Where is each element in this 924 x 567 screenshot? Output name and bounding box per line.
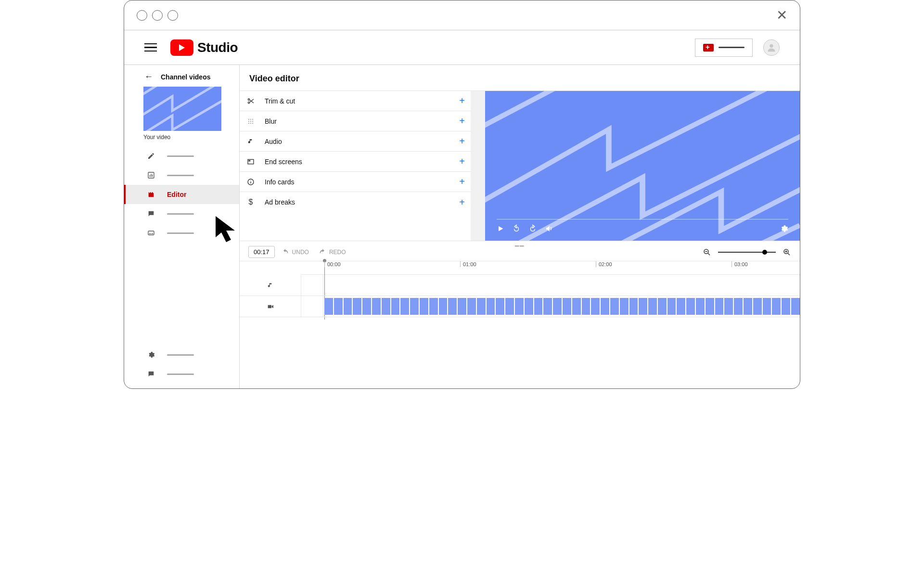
- current-timecode[interactable]: 00:17: [248, 246, 275, 258]
- tool-trim[interactable]: Trim & cut +: [240, 91, 471, 111]
- app-window: ✕ Studio ← Chann: [124, 0, 800, 389]
- sidebar-item-settings[interactable]: [124, 345, 239, 364]
- sidebar-item-subtitles[interactable]: [124, 223, 239, 243]
- forward-10-icon[interactable]: [528, 224, 537, 233]
- sidebar-item-label: Editor: [167, 191, 186, 198]
- endscreen-icon: [246, 157, 255, 166]
- plus-icon[interactable]: +: [459, 156, 465, 167]
- preview-progress-line[interactable]: [497, 219, 788, 219]
- svg-point-11: [248, 119, 249, 120]
- plus-icon[interactable]: +: [459, 95, 465, 106]
- svg-point-15: [250, 121, 251, 122]
- redo-button[interactable]: REDO: [319, 248, 346, 256]
- svg-point-13: [252, 119, 253, 120]
- ruler-tick: 01:00: [460, 261, 476, 267]
- play-icon[interactable]: [497, 225, 504, 232]
- svg-rect-7: [149, 233, 151, 234]
- placeholder-line: [167, 175, 194, 176]
- video-track[interactable]: [301, 296, 800, 317]
- svg-point-12: [250, 119, 251, 120]
- sidebar-item-feedback[interactable]: [124, 364, 239, 384]
- plus-icon[interactable]: +: [459, 176, 465, 187]
- zoom-slider[interactable]: [718, 252, 776, 253]
- info-icon: [246, 178, 255, 186]
- tool-label: Audio: [265, 138, 282, 145]
- pencil-icon: [147, 152, 155, 160]
- tool-infocards[interactable]: Info cards +: [240, 172, 471, 192]
- tool-audio[interactable]: Audio +: [240, 131, 471, 152]
- back-label[interactable]: Channel videos: [161, 73, 210, 81]
- svg-point-24: [250, 180, 251, 180]
- clapperboard-icon: [147, 190, 155, 199]
- sidebar-item-comments[interactable]: [124, 204, 239, 223]
- tool-endscreens[interactable]: End screens +: [240, 152, 471, 172]
- video-clips[interactable]: [324, 298, 800, 315]
- sidebar-item-details[interactable]: [124, 146, 239, 166]
- svg-point-16: [252, 121, 253, 122]
- zoom-out-icon[interactable]: [703, 248, 711, 257]
- plus-icon[interactable]: +: [459, 197, 465, 208]
- preview-video[interactable]: [485, 91, 800, 241]
- window-dot[interactable]: [152, 10, 163, 21]
- camera-plus-icon: [703, 44, 714, 52]
- timeline-ruler[interactable]: 00:00 01:00 02:00 03:00: [301, 261, 800, 275]
- subtitles-icon: [147, 229, 155, 237]
- app-bar: Studio: [124, 30, 800, 65]
- video-thumbnail[interactable]: [143, 87, 221, 131]
- placeholder-line: [167, 374, 194, 375]
- brand[interactable]: Studio: [170, 39, 238, 56]
- window-dot[interactable]: [137, 10, 147, 21]
- hamburger-icon[interactable]: [144, 43, 157, 52]
- tool-label: Trim & cut: [265, 97, 295, 105]
- volume-icon[interactable]: [545, 224, 553, 233]
- svg-rect-6: [148, 231, 154, 235]
- window-chrome: ✕: [124, 0, 800, 30]
- svg-rect-21: [248, 160, 250, 161]
- tool-blur[interactable]: Blur +: [240, 111, 471, 131]
- tool-label: Ad breaks: [265, 198, 295, 206]
- dollar-icon: $: [246, 198, 255, 206]
- music-note-icon: [267, 282, 274, 289]
- video-track-label[interactable]: [240, 296, 301, 317]
- plus-icon[interactable]: +: [459, 116, 465, 127]
- audio-track-label[interactable]: [240, 275, 301, 296]
- rewind-10-icon[interactable]: [512, 224, 521, 233]
- preview-panel: [471, 91, 800, 241]
- back-arrow-icon[interactable]: ←: [144, 72, 153, 82]
- account-avatar[interactable]: [763, 39, 780, 56]
- plus-icon[interactable]: +: [459, 136, 465, 147]
- brand-name: Studio: [197, 40, 238, 55]
- youtube-play-icon: [170, 39, 193, 56]
- tool-label: End screens: [265, 158, 302, 166]
- sidebar-item-analytics[interactable]: [124, 166, 239, 185]
- svg-rect-4: [151, 174, 151, 177]
- window-dot[interactable]: [167, 10, 178, 21]
- grid-icon: [246, 117, 255, 126]
- svg-point-0: [770, 44, 773, 47]
- settings-gear-icon[interactable]: [780, 224, 788, 233]
- audio-track[interactable]: [301, 275, 800, 296]
- placeholder-line: [719, 47, 744, 48]
- bar-chart-icon: [147, 171, 155, 180]
- drag-handle-icon[interactable]: ━━: [515, 242, 525, 250]
- timeline-toolbar: ━━ 00:17 UNDO REDO: [240, 241, 800, 261]
- ruler-tick: 00:00: [324, 261, 341, 267]
- placeholder-line: [167, 232, 194, 234]
- svg-rect-5: [152, 175, 153, 177]
- close-icon[interactable]: ✕: [776, 7, 787, 23]
- svg-point-14: [248, 121, 249, 122]
- music-note-icon: [246, 137, 255, 146]
- svg-rect-3: [150, 175, 150, 177]
- timeline-tracks: [240, 275, 800, 317]
- tool-adbreaks[interactable]: $ Ad breaks +: [240, 192, 471, 212]
- svg-line-30: [788, 253, 790, 255]
- svg-point-17: [248, 123, 249, 124]
- sidebar-item-editor[interactable]: Editor: [124, 185, 239, 204]
- create-button[interactable]: [695, 39, 753, 57]
- preview-controls: [497, 219, 788, 233]
- undo-button[interactable]: UNDO: [282, 248, 309, 256]
- window-traffic-lights: [137, 10, 178, 21]
- zoom-in-icon[interactable]: [783, 248, 791, 257]
- ruler-tick: 02:00: [596, 261, 612, 267]
- scissors-icon: [246, 97, 255, 105]
